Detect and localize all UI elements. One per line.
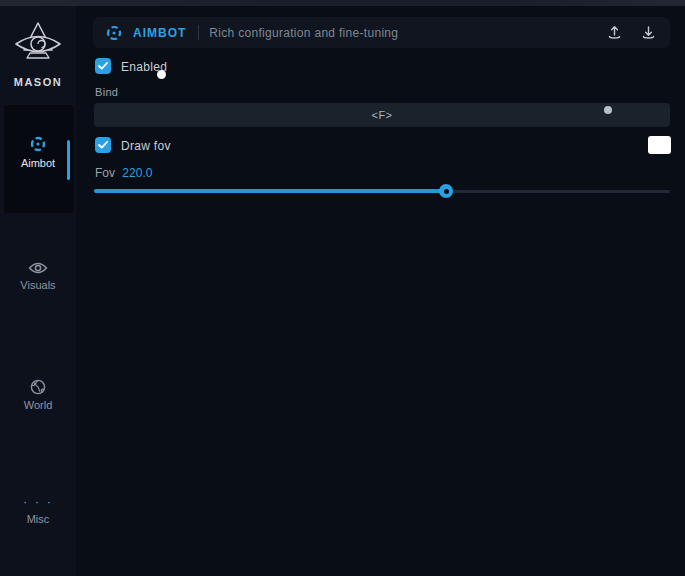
globe-icon [30, 379, 46, 395]
upload-icon [607, 25, 622, 40]
cursor-dot [604, 106, 612, 114]
page-subtitle: Rich configuration and fine-tuning [209, 26, 398, 40]
sidebar-item-label: World [0, 399, 76, 411]
sidebar-item-label: Misc [0, 513, 76, 525]
crosshair-icon [29, 135, 47, 153]
app-window: MASON Aimbot Visuals World [0, 0, 685, 576]
page-title: AIMBOT [133, 26, 186, 40]
header-divider [198, 25, 199, 40]
cursor-dot [157, 70, 166, 79]
fov-slider-thumb[interactable] [439, 184, 453, 198]
sidebar-item-world[interactable]: World [0, 379, 76, 411]
fov-label: Fov [95, 166, 115, 180]
download-config-button[interactable] [638, 23, 658, 43]
bind-input[interactable] [94, 103, 670, 127]
page-header: AIMBOT Rich configuration and fine-tunin… [93, 17, 670, 48]
mason-logo-icon [13, 20, 63, 72]
eye-icon [28, 261, 48, 275]
sidebar-item-label: Visuals [0, 279, 76, 291]
crosshair-icon [105, 24, 123, 42]
brand-name: MASON [0, 76, 76, 88]
fov-slider[interactable] [94, 184, 670, 198]
download-icon [641, 25, 656, 40]
fov-value: 220.0 [122, 166, 152, 180]
draw-fov-color-swatch[interactable] [648, 136, 671, 154]
sidebar-item-misc[interactable]: · · · Misc [0, 497, 76, 525]
sidebar-item-visuals[interactable]: Visuals [0, 261, 76, 291]
fov-readout: Fov 220.0 [95, 166, 152, 180]
main-content: AIMBOT Rich configuration and fine-tunin… [76, 6, 685, 576]
draw-fov-checkbox[interactable] [95, 137, 111, 153]
fov-slider-fill [94, 189, 446, 193]
sidebar-item-label: Aimbot [0, 157, 76, 169]
upload-config-button[interactable] [604, 23, 624, 43]
bind-label: Bind [95, 86, 118, 98]
draw-fov-label: Draw fov [121, 139, 171, 153]
ellipsis-icon: · · · [0, 497, 76, 509]
check-icon [98, 141, 108, 149]
sidebar-item-aimbot[interactable]: Aimbot [0, 135, 76, 169]
brand-logo: MASON [0, 20, 76, 88]
sidebar: MASON Aimbot Visuals World [0, 6, 76, 576]
check-icon [98, 62, 108, 70]
enabled-checkbox[interactable] [95, 58, 111, 74]
